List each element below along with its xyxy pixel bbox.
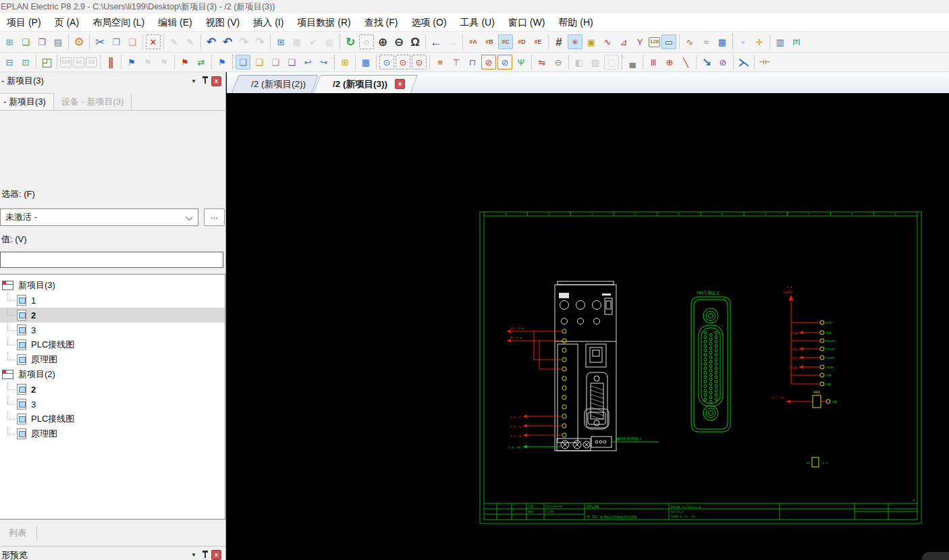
tab-pages-tree[interactable]: - 新项目(3) — [0, 93, 54, 110]
tree-page-schematic[interactable]: 原理图 — [0, 352, 225, 367]
connection-symbol-icon[interactable]: ∿ — [600, 34, 615, 49]
pin-icon[interactable] — [205, 78, 206, 84]
zoom-window-icon[interactable]: ◌ — [359, 34, 374, 49]
menu-item[interactable]: 窗口 (W) — [501, 13, 551, 31]
diagonal-line-icon[interactable]: ╲ — [678, 55, 693, 69]
tree-page-2[interactable]: 2 — [0, 308, 225, 323]
new-page-icon[interactable]: ❏ — [18, 34, 33, 49]
tree-page-3[interactable]: 3 — [0, 323, 225, 337]
forward-page-icon[interactable]: → — [445, 34, 460, 49]
dummy-box-icon[interactable]: ▢ — [604, 55, 619, 69]
menu-item[interactable]: 页 (A) — [48, 13, 86, 31]
device-numbering-icon[interactable]: 123 — [60, 57, 72, 67]
new-window-icon[interactable]: ⊞ — [2, 34, 17, 49]
update-connections-icon[interactable]: ⇄ — [194, 55, 209, 69]
open-page-icon[interactable]: ❐ — [34, 34, 49, 49]
connection-lines-icon[interactable]: ||| — [646, 55, 661, 69]
move-handle-icon[interactable]: ▫ — [736, 34, 751, 49]
ruler-icon[interactable]: ▭ — [661, 34, 676, 49]
open-page-2-icon[interactable]: ❏ — [268, 55, 283, 69]
terminal-strip-icon[interactable]: ≡ — [433, 55, 448, 69]
zoom-in-icon[interactable]: ⊕ — [375, 34, 390, 49]
tree-project-new2[interactable]: 新项目(2) — [0, 367, 225, 382]
pin-icon[interactable] — [205, 553, 206, 558]
undo-icon[interactable]: ↶ — [204, 34, 219, 49]
tree-page-3b[interactable]: 3 — [0, 397, 225, 412]
terminal-numbering-icon[interactable]: 12 — [73, 57, 84, 67]
tree-page-2b[interactable]: 2 — [0, 382, 225, 397]
complete-page-icon[interactable]: ✔ — [306, 34, 321, 49]
snap-to-grid-icon[interactable]: ✳ — [568, 34, 582, 49]
connection-node-icon[interactable]: ⊕ — [662, 55, 677, 69]
terminal-select-icon[interactable]: ⊙ — [412, 55, 427, 69]
stamp-icon[interactable]: ▄ — [625, 55, 640, 69]
copy-icon[interactable]: ❐ — [109, 34, 124, 49]
insert-symbol-macro-icon[interactable]: ▦ — [290, 34, 304, 49]
corner-tool-icon[interactable]: ⋋ — [736, 55, 751, 69]
drawing-canvas[interactable]: 0123456789 日期 2024/06/06 编辑 li199 EPLAN … — [227, 93, 949, 560]
menu-item[interactable]: 视图 (V) — [199, 13, 247, 31]
parts-cart-icon[interactable]: ▥ — [773, 34, 788, 49]
tree-page-plcb[interactable]: PLC接线图 — [0, 412, 225, 426]
tab-page-2-project3[interactable]: /2 (新项目(3)) x — [317, 75, 414, 93]
black-box-icon[interactable]: ◧ — [572, 55, 587, 69]
chevron-down-icon[interactable]: ▼ — [188, 550, 199, 560]
insert-table-icon[interactable]: ▦ — [322, 34, 337, 49]
generate-report-icon[interactable]: ⚑ — [178, 55, 192, 69]
potential-definition-icon[interactable]: ⊖ — [551, 55, 566, 69]
tab-devices[interactable]: 设备 - 新项目(3) — [54, 94, 132, 110]
paste-icon[interactable]: ❑ — [125, 34, 140, 49]
connection-point-icon[interactable]: ⊣⊢ — [757, 55, 772, 69]
page-macro-icon[interactable]: ❏ — [284, 55, 299, 69]
close-icon[interactable]: x — [211, 76, 221, 86]
insert-device-icon[interactable]: ⊞ — [337, 55, 352, 69]
zoom-out-icon[interactable]: ⊖ — [391, 34, 406, 49]
plc-box-icon[interactable]: ⊓ — [465, 55, 480, 69]
menu-item[interactable]: 布局空间 (L) — [86, 13, 151, 31]
close-tab-icon[interactable]: x — [395, 79, 405, 89]
tree-page-schematicb[interactable]: 原理图 — [0, 426, 225, 441]
next-page-icon[interactable]: ↪ — [317, 55, 331, 69]
remove-errors-icon[interactable]: ⚑ — [215, 55, 229, 69]
plugin-icon[interactable]: ◰ — [39, 55, 54, 69]
arc-tool-icon[interactable]: ↘ — [699, 55, 714, 69]
menu-item[interactable]: 项目数据 (R) — [290, 13, 357, 31]
new-page-2-icon[interactable]: ❏ — [252, 55, 267, 69]
check-selection-icon[interactable]: ⚑ — [157, 55, 171, 69]
symbol-select-icon[interactable]: ⊙ — [379, 55, 394, 69]
menu-item[interactable]: 选项 (O) — [404, 13, 453, 31]
format-brush-icon[interactable]: ✎ — [167, 34, 182, 49]
refresh-view-icon[interactable]: ↻ — [343, 34, 358, 49]
tree-project-new3[interactable]: 新项目(3) — [0, 278, 225, 293]
terminal-icon[interactable]: ⊤ — [449, 55, 464, 69]
undo-list-icon[interactable]: ↶ — [220, 34, 235, 49]
delete-selection-icon[interactable]: ✕ — [146, 34, 161, 49]
layout-space-navigator-icon[interactable]: ⊡ — [18, 55, 33, 69]
grid-c-icon[interactable]: #C — [498, 34, 513, 49]
insert-text-icon[interactable]: |T| — [789, 34, 804, 49]
page-properties-icon[interactable]: ❏ — [236, 55, 250, 69]
redo-list-icon[interactable]: ↷ — [252, 34, 267, 49]
value-input[interactable] — [0, 252, 223, 268]
menu-item[interactable]: 帮助 (H) — [551, 13, 599, 31]
grid-display-icon[interactable]: # — [551, 34, 566, 49]
tree-page-1[interactable]: 1 — [0, 293, 225, 308]
net-grid-icon[interactable]: ▦ — [715, 34, 730, 49]
increment-icon[interactable]: 128 — [649, 37, 660, 47]
grid-b-icon[interactable]: #B — [482, 34, 497, 49]
shield-icon[interactable]: ⊘ — [497, 55, 512, 69]
compare-projects-icon[interactable]: ∥ — [103, 55, 118, 69]
menu-item[interactable]: 编辑 (E) — [151, 13, 199, 31]
device-navigator-icon[interactable]: ▦ — [358, 55, 373, 69]
check-page-icon[interactable]: ⚑ — [140, 55, 155, 69]
previous-page-icon[interactable]: ↩ — [300, 55, 315, 69]
tree-page-plc[interactable]: PLC接线图 — [0, 337, 225, 352]
grid-e-icon[interactable]: #E — [531, 34, 545, 49]
grid-a-icon[interactable]: #A — [466, 34, 481, 49]
settings-wrench-icon[interactable]: ⚙ — [72, 34, 86, 49]
transform-icon[interactable]: ✛ — [752, 34, 767, 49]
cut-icon[interactable]: ✂ — [92, 34, 107, 49]
structure-box-icon[interactable]: ▨ — [588, 55, 603, 69]
tab-list[interactable]: 列表 — [9, 527, 26, 539]
format-brush-assign-icon[interactable]: ✎ — [183, 34, 198, 49]
